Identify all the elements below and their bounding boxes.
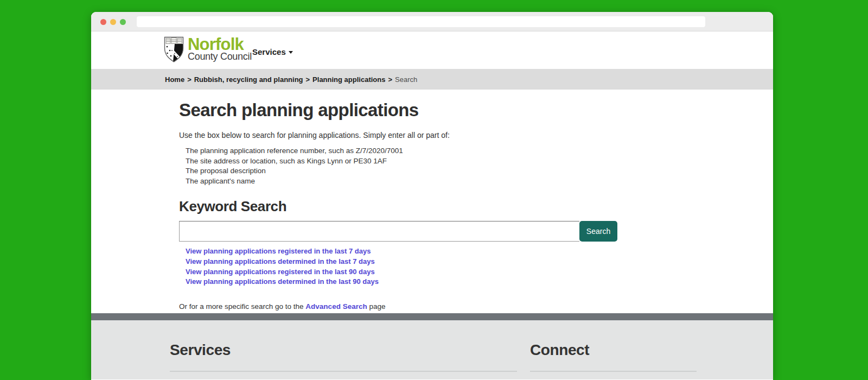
link-determined-7-days[interactable]: View planning applications determined in… bbox=[186, 257, 773, 267]
footer-services-heading: Services bbox=[170, 342, 517, 358]
window-zoom-button[interactable] bbox=[120, 19, 126, 25]
criteria-item-proposal: The proposal description bbox=[186, 166, 773, 176]
breadcrumb: Home > Rubbish, recycling and planning >… bbox=[91, 69, 773, 90]
main-content: Search planning applications Use the box… bbox=[91, 90, 773, 313]
chevron-down-icon bbox=[289, 51, 293, 54]
footer-divider-line bbox=[170, 371, 517, 372]
site-header: Norfolk County Council Services bbox=[91, 31, 773, 69]
search-button[interactable]: Search bbox=[579, 221, 617, 242]
desktop-background: { "browser": { "address_value": "", "win… bbox=[0, 0, 868, 380]
nav-services-dropdown[interactable]: Services bbox=[252, 47, 293, 56]
council-logo[interactable]: Norfolk County Council bbox=[164, 36, 252, 65]
breadcrumb-separator: > bbox=[388, 75, 392, 84]
page-title: Search planning applications bbox=[179, 100, 773, 119]
breadcrumb-rubbish-recycling-planning[interactable]: Rubbish, recycling and planning bbox=[194, 75, 303, 84]
footer-divider-line bbox=[530, 371, 697, 372]
footer-column-services: Services bbox=[170, 342, 517, 372]
intro-text: Use the box below to search for planning… bbox=[179, 131, 773, 140]
site-footer: Services Connect bbox=[91, 320, 773, 379]
advanced-search-prefix: Or for a more specific search go to the bbox=[179, 302, 305, 311]
content-footer-divider bbox=[91, 313, 773, 320]
criteria-item-address: The site address or location, such as Ki… bbox=[186, 156, 773, 167]
breadcrumb-planning-applications[interactable]: Planning applications bbox=[312, 75, 385, 84]
breadcrumb-separator: > bbox=[306, 75, 310, 84]
keyword-search-form: Search bbox=[179, 221, 617, 242]
footer-connect-heading: Connect bbox=[530, 342, 697, 358]
footer-column-connect: Connect bbox=[530, 342, 697, 372]
logo-name: Norfolk bbox=[188, 37, 252, 52]
browser-window: Norfolk County Council Services Home > R… bbox=[91, 12, 773, 380]
council-logo-text: Norfolk County Council bbox=[188, 36, 252, 62]
nav-services-label: Services bbox=[252, 47, 286, 56]
breadcrumb-separator: > bbox=[187, 75, 192, 84]
window-minimize-button[interactable] bbox=[110, 19, 116, 25]
search-criteria-list: The planning application reference numbe… bbox=[186, 146, 773, 186]
logo-subtitle: County Council bbox=[188, 52, 252, 62]
link-registered-7-days[interactable]: View planning applications registered in… bbox=[186, 246, 773, 257]
browser-chrome bbox=[91, 12, 773, 31]
address-bar[interactable] bbox=[137, 16, 705, 27]
link-registered-90-days[interactable]: View planning applications registered in… bbox=[186, 267, 773, 277]
criteria-item-applicant: The applicant's name bbox=[186, 176, 773, 187]
council-crest-icon bbox=[164, 36, 184, 65]
window-controls bbox=[100, 19, 126, 25]
quick-links: View planning applications registered in… bbox=[186, 246, 773, 287]
advanced-search-note: Or for a more specific search go to the … bbox=[179, 302, 773, 311]
advanced-search-link[interactable]: Advanced Search bbox=[305, 302, 367, 311]
window-close-button[interactable] bbox=[100, 19, 106, 25]
criteria-item-reference: The planning application reference numbe… bbox=[186, 146, 773, 156]
keyword-search-input[interactable] bbox=[179, 221, 579, 242]
breadcrumb-home[interactable]: Home bbox=[165, 75, 184, 84]
breadcrumb-current-search: Search bbox=[395, 75, 417, 84]
link-determined-90-days[interactable]: View planning applications determined in… bbox=[186, 277, 773, 287]
advanced-search-suffix: page bbox=[367, 302, 386, 311]
keyword-search-heading: Keyword Search bbox=[179, 199, 773, 214]
